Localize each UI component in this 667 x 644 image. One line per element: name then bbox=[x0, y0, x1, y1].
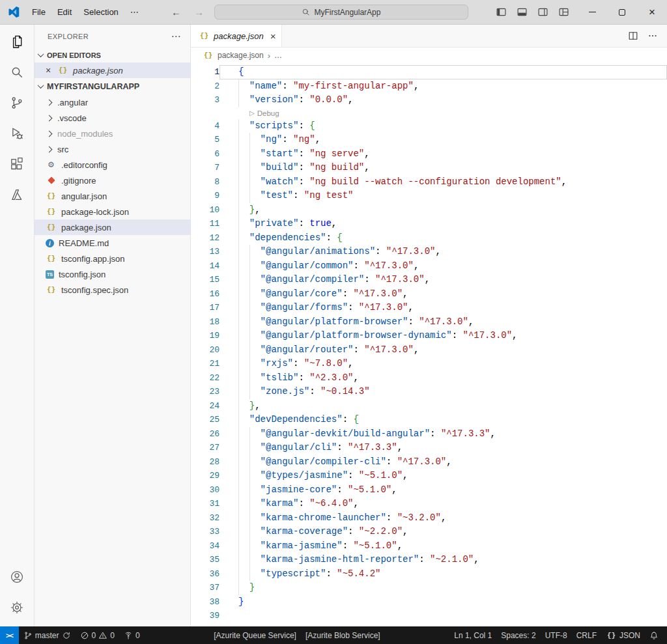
close-tab-icon[interactable]: × bbox=[270, 31, 276, 42]
code-line-14[interactable]: 14 "@angular/common": "^17.3.0", bbox=[191, 259, 667, 273]
remote-indicator[interactable]: >< bbox=[0, 626, 19, 644]
code-line-27[interactable]: 27 "@angular/cli": "^17.3.3", bbox=[191, 441, 667, 455]
code-line-19[interactable]: 19 "@angular/platform-browser-dynamic": … bbox=[191, 329, 667, 343]
tree-item-node_modules[interactable]: node_modules bbox=[35, 126, 190, 141]
tab-package-json[interactable]: {} package.json × bbox=[191, 25, 282, 47]
menu-overflow[interactable]: ⋯ bbox=[124, 5, 145, 20]
activity-item-azure[interactable] bbox=[0, 179, 34, 210]
minimize-button[interactable] bbox=[577, 0, 607, 24]
code-line-7[interactable]: 7 "build": "ng build", bbox=[191, 161, 667, 175]
code-line-6[interactable]: 6 "start": "ng serve", bbox=[191, 147, 667, 161]
activity-item-source-control[interactable] bbox=[0, 87, 34, 118]
code-line-31[interactable]: 31 "karma": "~6.4.0", bbox=[191, 497, 667, 511]
tree-item-.vscode[interactable]: .vscode bbox=[35, 110, 190, 126]
tree-item-tsconfig.json[interactable]: TStsconfig.json bbox=[35, 266, 190, 282]
open-editor-package.json[interactable]: ×{}package.json bbox=[35, 63, 190, 78]
activity-item-run-debug[interactable] bbox=[0, 118, 34, 148]
folder-section-header[interactable]: MYFIRSTANGULARAPP bbox=[35, 78, 190, 94]
command-center[interactable]: MyFirstAngularApp bbox=[214, 5, 468, 20]
code-line-37[interactable]: 37 } bbox=[191, 581, 667, 595]
activity-item-explorer[interactable] bbox=[0, 26, 34, 57]
code-editor[interactable]: 1{2 "name": "my-first-angular-app",3 "ve… bbox=[191, 63, 667, 626]
code-line-5[interactable]: 5 "ng": "ng", bbox=[191, 133, 667, 147]
code-line-38[interactable]: 38} bbox=[191, 595, 667, 609]
menu-selection[interactable]: Selection bbox=[78, 5, 124, 20]
tree-item-package.json[interactable]: {}package.json bbox=[35, 219, 190, 235]
tree-item-.angular[interactable]: .angular bbox=[35, 94, 190, 110]
tree-item-README.md[interactable]: iREADME.md bbox=[35, 235, 190, 251]
indentation[interactable]: Spaces: 2 bbox=[497, 626, 539, 644]
code-line-26[interactable]: 26 "@angular-devkit/build-angular": "^17… bbox=[191, 427, 667, 441]
branch-indicator[interactable]: master bbox=[20, 626, 75, 644]
back-button[interactable]: ← bbox=[169, 7, 184, 18]
language-mode[interactable]: {} JSON bbox=[602, 626, 644, 644]
code-line-29[interactable]: 29 "@types/jasmine": "~5.1.0", bbox=[191, 469, 667, 483]
code-line-33[interactable]: 33 "karma-coverage": "~2.2.0", bbox=[191, 525, 667, 539]
code-line-4[interactable]: 4 "scripts": { bbox=[191, 119, 667, 133]
open-editors-header[interactable]: OPEN EDITORS bbox=[35, 48, 190, 63]
activity-item-search[interactable] bbox=[0, 57, 34, 87]
encoding[interactable]: UTF-8 bbox=[541, 626, 571, 644]
code-line-39[interactable]: 39 bbox=[191, 609, 667, 623]
tree-item-tsconfig.app.json[interactable]: {}tsconfig.app.json bbox=[35, 251, 190, 266]
code-line-3[interactable]: 3 "version": "0.0.0", bbox=[191, 93, 667, 107]
code-line-34[interactable]: 34 "karma-jasmine": "~5.1.0", bbox=[191, 539, 667, 553]
code-line-2[interactable]: 2 "name": "my-first-angular-app", bbox=[191, 79, 667, 94]
code-line-11[interactable]: 11 "private": true, bbox=[191, 217, 667, 231]
code-line-10[interactable]: 10 }, bbox=[191, 203, 667, 217]
eol[interactable]: CRLF bbox=[573, 626, 601, 644]
code-line-16[interactable]: 16 "@angular/core": "^17.3.0", bbox=[191, 287, 667, 301]
menu-file[interactable]: File bbox=[26, 5, 51, 20]
code-line-36[interactable]: 36 "typescript": "~5.4.2" bbox=[191, 567, 667, 581]
toggle-sidebar-button[interactable] bbox=[492, 4, 509, 20]
code-line-18[interactable]: 18 "@angular/platform-browser": "^17.3.0… bbox=[191, 315, 667, 329]
toggle-panel-button[interactable] bbox=[513, 4, 530, 20]
code-line-28[interactable]: 28 "@angular/compiler-cli": "^17.3.0", bbox=[191, 455, 667, 469]
code-line-24[interactable]: 24 }, bbox=[191, 399, 667, 413]
maximize-button[interactable] bbox=[607, 0, 637, 24]
breadcrumb[interactable]: {} package.json › … bbox=[191, 48, 667, 63]
cursor-position[interactable]: Ln 1, Col 1 bbox=[450, 626, 496, 644]
ports-indicator[interactable]: 0 bbox=[120, 626, 144, 644]
code-line-20[interactable]: 20 "@angular/router": "^17.3.0", bbox=[191, 343, 667, 357]
tree-item-.gitignore[interactable]: .gitignore bbox=[35, 173, 190, 188]
code-line-21[interactable]: 21 "rxjs": "~7.8.0", bbox=[191, 357, 667, 371]
forward-button[interactable]: → bbox=[192, 7, 206, 18]
code-line-30[interactable]: 30 "jasmine-core": "~5.1.0", bbox=[191, 483, 667, 497]
code-line-17[interactable]: 17 "@angular/forms": "^17.3.0", bbox=[191, 301, 667, 315]
code-line-23[interactable]: 23 "zone.js": "~0.14.3" bbox=[191, 385, 667, 399]
customize-layout-button[interactable] bbox=[555, 4, 572, 20]
code-line-25[interactable]: 25 "devDependencies": { bbox=[191, 413, 667, 427]
codelens-debug[interactable]: ▷Debug bbox=[220, 107, 667, 119]
code-line-1[interactable]: 1{ bbox=[191, 65, 667, 79]
tree-item-.editorconfig[interactable]: ⚙.editorconfig bbox=[35, 157, 190, 173]
breadcrumb-more[interactable]: … bbox=[274, 51, 282, 60]
tree-item-package-lock.json[interactable]: {}package-lock.json bbox=[35, 204, 190, 219]
code-line-15[interactable]: 15 "@angular/compiler": "^17.3.0", bbox=[191, 273, 667, 287]
code-line-12[interactable]: 12 "dependencies": { bbox=[191, 231, 667, 245]
code-line-35[interactable]: 35 "karma-jasmine-html-reporter": "~2.1.… bbox=[191, 553, 667, 567]
explorer-more-actions[interactable]: ⋯ bbox=[171, 31, 181, 42]
code-line-13[interactable]: 13 "@angular/animations": "^17.3.0", bbox=[191, 245, 667, 259]
menu-edit[interactable]: Edit bbox=[51, 5, 78, 20]
toggle-secondary-sidebar-button[interactable] bbox=[534, 4, 551, 20]
activity-item-accounts[interactable] bbox=[0, 561, 34, 592]
azurite-blob-service[interactable]: [Azurite Blob Service] bbox=[302, 626, 384, 644]
code-line-9[interactable]: 9 "test": "ng test" bbox=[191, 189, 667, 203]
tree-item-tsconfig.spec.json[interactable]: {}tsconfig.spec.json bbox=[35, 282, 190, 298]
tree-item-src[interactable]: src bbox=[35, 141, 190, 157]
code-line-22[interactable]: 22 "tslib": "^2.3.0", bbox=[191, 371, 667, 385]
editor-more-actions-icon[interactable] bbox=[647, 31, 658, 41]
code-line-32[interactable]: 32 "karma-chrome-launcher": "~3.2.0", bbox=[191, 511, 667, 525]
tree-item-angular.json[interactable]: {}angular.json bbox=[35, 188, 190, 204]
close-window-button[interactable]: × bbox=[637, 0, 667, 24]
split-editor-icon[interactable] bbox=[628, 31, 638, 41]
close-editor-icon[interactable]: × bbox=[44, 65, 53, 76]
activity-item-extensions[interactable] bbox=[0, 148, 34, 179]
breadcrumb-file[interactable]: package.json bbox=[218, 51, 264, 60]
activity-item-settings[interactable] bbox=[0, 592, 34, 623]
code-line-8[interactable]: 8 "watch": "ng build --watch --configura… bbox=[191, 175, 667, 189]
azurite-queue-service[interactable]: [Azurite Queue Service] bbox=[210, 626, 300, 644]
problems-indicator[interactable]: 0 0 bbox=[76, 626, 119, 644]
notifications[interactable] bbox=[646, 626, 662, 644]
